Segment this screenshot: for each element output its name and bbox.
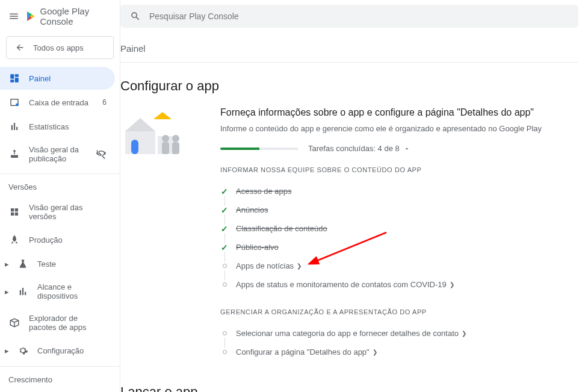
- sidebar-item-dashboard[interactable]: Painel: [0, 67, 115, 90]
- task-setup-store-listing[interactable]: Configurar a página "Detalhes do app" ❯: [236, 343, 578, 361]
- circle-icon: [220, 329, 229, 338]
- sidebar-item-label: Produção: [29, 235, 107, 244]
- sidebar-item-publishing-overview[interactable]: Visão geral da publicação: [0, 139, 115, 169]
- circle-icon: [220, 281, 229, 289]
- task-select-category[interactable]: Selecionar uma categoria do app e fornec…: [236, 324, 578, 343]
- search-bar[interactable]: [120, 5, 578, 28]
- sidebar-section-grow: Crescimento: [0, 366, 120, 389]
- progress-label: Tarefas concluídas: 4 de 8: [308, 144, 400, 153]
- main-content: Painel Configurar o app Forneça informaç…: [120, 0, 588, 392]
- setup-card: Forneça informações sobre o app e config…: [120, 107, 588, 361]
- sidebar-item-releases-overview[interactable]: Visão geral das versões: [0, 197, 115, 227]
- check-icon: ✓: [220, 225, 229, 233]
- flask-icon: [17, 258, 29, 269]
- card-title: Forneça informações sobre o app e config…: [220, 107, 578, 118]
- svg-point-4: [16, 104, 19, 107]
- svg-rect-13: [172, 142, 179, 154]
- circle-icon: [220, 262, 229, 270]
- rocket-icon: [8, 234, 20, 245]
- progress-fill: [220, 148, 259, 150]
- play-console-logo[interactable]: Google Play Console: [25, 6, 111, 26]
- task-group-header-2: GERENCIAR A ORGANIZAÇÃO E A APRESENTAÇÃO…: [220, 308, 578, 316]
- menu-icon[interactable]: [8, 11, 19, 22]
- task-label: Selecionar uma categoria do app e fornec…: [236, 329, 459, 338]
- managed-publishing-off-icon: [96, 149, 107, 160]
- search-wrap: [120, 0, 588, 33]
- check-icon: ✓: [220, 187, 229, 196]
- sidebar-item-store-presence[interactable]: ▾ Presença na loja: [0, 390, 115, 392]
- task-label: Apps de notícias: [236, 261, 294, 270]
- stats-icon: [8, 121, 20, 132]
- task-label: Classificação de conteúdo: [236, 224, 327, 233]
- dashboard-icon: [8, 73, 20, 84]
- task-label: Apps de status e monitoramento de contat…: [236, 280, 447, 289]
- task-target-audience[interactable]: ✓ Público-alvo: [236, 238, 578, 257]
- task-news-apps[interactable]: Apps de notícias ❯: [236, 257, 578, 275]
- caret-right-icon: ▸: [5, 287, 12, 296]
- task-link[interactable]: Selecionar uma categoria do app e fornec…: [236, 329, 466, 338]
- sidebar-item-setup[interactable]: ▸ Configuração: [0, 339, 115, 362]
- sidebar-item-bundle-explorer[interactable]: Explorador de pacotes de apps: [0, 308, 115, 338]
- caret-right-icon: ▸: [5, 260, 12, 269]
- chevron-right-icon: ❯: [462, 330, 466, 337]
- sidebar-item-stats[interactable]: Estatísticas: [0, 115, 115, 138]
- svg-rect-9: [131, 140, 138, 154]
- devices-icon: [17, 286, 29, 297]
- task-app-access[interactable]: ✓ Acesso de apps: [236, 182, 578, 201]
- sidebar-item-label: Teste: [37, 260, 107, 269]
- progress-toggle[interactable]: Tarefas concluídas: 4 de 8: [308, 144, 410, 153]
- svg-point-11: [172, 135, 179, 142]
- grid-icon: [8, 207, 20, 217]
- bundle-icon: [8, 317, 20, 328]
- back-to-apps-button[interactable]: Todos os apps: [6, 36, 114, 59]
- chevron-right-icon: ❯: [297, 263, 302, 269]
- task-content-rating[interactable]: ✓ Classificação de conteúdo: [236, 219, 578, 238]
- sidebar-item-testing[interactable]: ▸ Teste: [0, 252, 115, 275]
- chevron-up-icon: [403, 145, 410, 152]
- task-link[interactable]: Configurar a página "Detalhes do app" ❯: [236, 347, 377, 356]
- sidebar-item-label: Configuração: [37, 346, 107, 355]
- search-icon: [130, 11, 141, 22]
- chevron-right-icon: ❯: [373, 349, 377, 355]
- logo-text: Google Play Console: [40, 6, 112, 26]
- card-content: Forneça informações sobre o app e config…: [220, 107, 578, 361]
- task-ads[interactable]: ✓ Anúncios: [236, 201, 578, 219]
- sidebar-section-releases: Versões: [0, 173, 120, 196]
- task-link[interactable]: Apps de notícias ❯: [236, 261, 302, 270]
- sidebar-item-label: Alcance e dispositivos: [37, 282, 107, 300]
- sidebar: Google Play Console Todos os apps Painel…: [0, 0, 120, 392]
- launch-app-heading: Lançar o app: [120, 361, 588, 392]
- task-label: Configurar a página "Detalhes do app": [236, 347, 370, 356]
- card-description: Informe o conteúdo do app e gerencie com…: [220, 124, 578, 133]
- task-label: Acesso de apps: [236, 187, 292, 196]
- back-button-label: Todos os apps: [33, 43, 84, 52]
- svg-point-10: [162, 135, 169, 142]
- sidebar-item-production[interactable]: Produção: [0, 228, 115, 251]
- task-link[interactable]: Apps de status e monitoramento de contat…: [236, 280, 454, 289]
- svg-rect-12: [162, 142, 169, 154]
- svg-marker-6: [125, 118, 155, 131]
- task-label: Anúncios: [236, 205, 268, 214]
- progress-row: Tarefas concluídas: 4 de 8: [220, 144, 578, 153]
- svg-marker-8: [153, 112, 172, 119]
- inbox-icon: [8, 97, 20, 108]
- inbox-count-badge: 6: [102, 98, 107, 107]
- task-list-2: Selecionar uma categoria do app e fornec…: [220, 324, 578, 361]
- sidebar-item-label: Painel: [29, 74, 107, 83]
- task-list-1: ✓ Acesso de apps ✓ Anúncios ✓ Classifica…: [220, 182, 578, 294]
- card-illustration: [120, 107, 205, 149]
- sidebar-item-label: Visão geral da publicação: [29, 145, 87, 163]
- publish-icon: [8, 149, 20, 160]
- svg-rect-5: [125, 131, 155, 154]
- arrow-left-icon: [15, 43, 25, 52]
- sidebar-item-label: Explorador de pacotes de apps: [29, 314, 107, 332]
- gear-icon: [17, 345, 29, 356]
- search-input[interactable]: [149, 11, 569, 21]
- progress-bar: [220, 148, 299, 150]
- task-connector-line: [224, 187, 225, 289]
- check-icon: ✓: [220, 243, 229, 252]
- sidebar-item-inbox[interactable]: Caixa de entrada 6: [0, 91, 115, 114]
- task-covid-apps[interactable]: Apps de status e monitoramento de contat…: [236, 275, 578, 294]
- page-title: Painel: [120, 33, 578, 63]
- sidebar-item-reach-devices[interactable]: ▸ Alcance e dispositivos: [0, 276, 115, 306]
